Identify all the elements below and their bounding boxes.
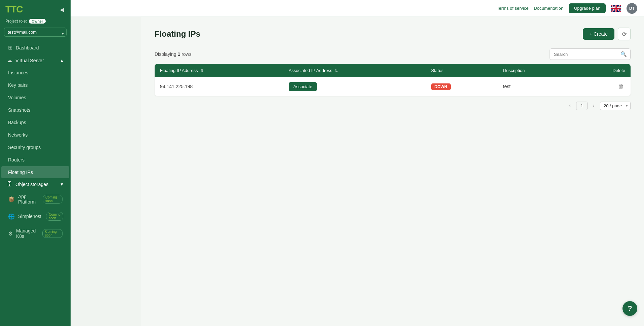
col-header-status: Status	[426, 64, 498, 77]
col-label-delete: Delete	[612, 68, 625, 73]
sidebar-item-volumes[interactable]: Volumes	[1, 92, 69, 104]
associate-button[interactable]: Associate	[289, 82, 317, 91]
sidebar-item-label-dashboard: Dashboard	[16, 45, 39, 50]
displaying-rows-text: Displaying 1 rows	[155, 51, 192, 57]
chevron-up-icon: ▲	[60, 58, 64, 63]
terms-of-service-link[interactable]: Terms of service	[497, 6, 529, 11]
logo: TTC	[5, 4, 23, 15]
table-body: 94.141.225.198 Associate DOWN test 🗑	[155, 77, 631, 96]
sidebar-item-key-pairs[interactable]: Key pairs	[1, 79, 69, 91]
sidebar-item-label-app-platform: App Platform	[18, 194, 38, 205]
col-label-associated-ip: Associated IP Address	[289, 68, 332, 73]
sidebar-item-routers[interactable]: Routers	[1, 154, 69, 166]
sidebar-item-label-floating-ips: Floating IPs	[8, 170, 33, 175]
sidebar-item-label-security-groups: Security groups	[8, 145, 41, 150]
status-badge: DOWN	[431, 83, 451, 90]
col-header-description: Description	[497, 64, 575, 77]
table-header: Floating IP Address ⇅ Associated IP Addr…	[155, 64, 631, 77]
project-select-wrap: test@mail.com	[0, 26, 71, 41]
language-flag-icon[interactable]	[611, 5, 621, 12]
project-role-label: Project role:	[5, 19, 27, 24]
sidebar-item-label-virtual-server: Virtual Server	[15, 58, 44, 63]
sidebar-item-label-routers: Routers	[8, 157, 25, 162]
row-count: 1	[177, 51, 180, 57]
search-icon: 🔍	[620, 51, 627, 57]
storage-icon: 🗄	[7, 181, 12, 187]
search-wrap: 🔍	[550, 48, 631, 60]
sidebar-item-networks[interactable]: Networks	[1, 129, 69, 141]
refresh-button[interactable]: ⟳	[618, 28, 631, 40]
search-button[interactable]: 🔍	[617, 49, 630, 60]
col-header-associated-ip[interactable]: Associated IP Address ⇅	[283, 64, 426, 77]
sidebar-item-backups[interactable]: Backups	[1, 116, 69, 129]
page-title: Floating IPs	[155, 29, 200, 39]
next-page-button[interactable]: ›	[590, 101, 597, 110]
sidebar-item-simplehost[interactable]: 🌐 Simplehost Coming soon	[1, 209, 69, 224]
sidebar-item-dashboard[interactable]: ⊞ Dashboard	[1, 41, 69, 54]
main-content: Floating IPs + Create ⟳ Displaying 1 row…	[141, 17, 644, 326]
help-button[interactable]: ?	[622, 301, 637, 316]
collapse-sidebar-button[interactable]: ◀	[58, 5, 65, 14]
table-row: 94.141.225.198 Associate DOWN test 🗑	[155, 77, 631, 96]
dashboard-icon: ⊞	[8, 44, 12, 51]
sidebar-item-label-key-pairs: Key pairs	[8, 82, 28, 88]
sidebar-item-virtual-server[interactable]: ☁ Virtual Server ▲	[0, 55, 71, 66]
header-actions: + Create ⟳	[583, 28, 631, 40]
documentation-link[interactable]: Documentation	[534, 6, 563, 11]
cell-description: test	[497, 77, 575, 96]
refresh-icon: ⟳	[622, 31, 627, 37]
sort-icon-floating-ip: ⇅	[200, 69, 203, 73]
user-avatar[interactable]: DT	[627, 3, 637, 14]
project-select[interactable]: test@mail.com	[4, 28, 67, 37]
cell-floating-ip: 94.141.225.198	[155, 77, 283, 96]
search-input[interactable]	[550, 49, 617, 59]
virtual-server-submenu: Instances Key pairs Volumes Snapshots Ba…	[0, 66, 71, 179]
app-platform-badge: Coming soon	[43, 195, 63, 204]
col-header-floating-ip[interactable]: Floating IP Address ⇅	[155, 64, 283, 77]
owner-badge: Owner	[29, 19, 46, 24]
cell-associated-ip: Associate	[283, 77, 426, 96]
page-header: Floating IPs + Create ⟳	[155, 28, 631, 40]
topbar: Terms of service Documentation Upgrade p…	[71, 0, 644, 17]
upgrade-plan-button[interactable]: Upgrade plan	[569, 3, 606, 13]
current-page: 1	[576, 102, 587, 110]
col-label-status: Status	[431, 68, 444, 73]
sidebar-item-label-simplehost: Simplehost	[18, 214, 41, 219]
pagination: ‹ 1 › 10 / page 20 / page 50 / page	[155, 101, 631, 110]
sidebar-item-security-groups[interactable]: Security groups	[1, 141, 69, 153]
floating-ips-table: Floating IP Address ⇅ Associated IP Addr…	[155, 64, 631, 96]
sidebar-item-floating-ips[interactable]: Floating IPs	[1, 166, 69, 178]
sort-icon-associated-ip: ⇅	[335, 69, 338, 73]
sidebar-item-label-snapshots: Snapshots	[8, 107, 30, 113]
per-page-select[interactable]: 10 / page 20 / page 50 / page	[600, 102, 631, 110]
prev-page-button[interactable]: ‹	[566, 101, 573, 110]
sidebar-item-object-storages[interactable]: 🗄 Object storages ▼	[0, 179, 71, 190]
sidebar-item-label-object-storages: Object storages	[15, 182, 48, 187]
simplehost-icon: 🌐	[8, 213, 15, 220]
sidebar: TTC ◀ Project role: Owner test@mail.com …	[0, 0, 71, 326]
sidebar-item-label-managed-k8s: Managed K8s	[16, 228, 38, 239]
per-page-wrap: 10 / page 20 / page 50 / page	[600, 102, 631, 110]
sidebar-logo-area: TTC ◀	[0, 0, 71, 17]
sidebar-item-snapshots[interactable]: Snapshots	[1, 104, 69, 116]
app-platform-icon: 📦	[8, 196, 15, 203]
delete-button[interactable]: 🗑	[617, 82, 625, 91]
create-button[interactable]: + Create	[583, 28, 614, 40]
col-header-delete: Delete	[575, 64, 631, 77]
sidebar-item-label-backups: Backups	[8, 120, 26, 125]
sidebar-item-label-instances: Instances	[8, 70, 28, 75]
sidebar-item-managed-k8s[interactable]: ⚙ Managed K8s Coming soon	[1, 225, 69, 242]
chevron-down-icon: ▼	[60, 182, 64, 187]
k8s-icon: ⚙	[8, 230, 13, 237]
managed-k8s-badge: Coming soon	[42, 229, 63, 238]
sidebar-item-instances[interactable]: Instances	[1, 67, 69, 79]
cell-status: DOWN	[426, 77, 498, 96]
sidebar-item-app-platform[interactable]: 📦 App Platform Coming soon	[1, 190, 69, 208]
server-icon: ☁	[7, 57, 12, 64]
project-role-area: Project role: Owner	[0, 17, 71, 26]
cell-delete: 🗑	[575, 77, 631, 96]
col-label-floating-ip: Floating IP Address	[160, 68, 198, 73]
col-label-description: Description	[503, 68, 525, 73]
sidebar-item-label-volumes: Volumes	[8, 95, 26, 100]
sidebar-item-label-networks: Networks	[8, 132, 28, 138]
